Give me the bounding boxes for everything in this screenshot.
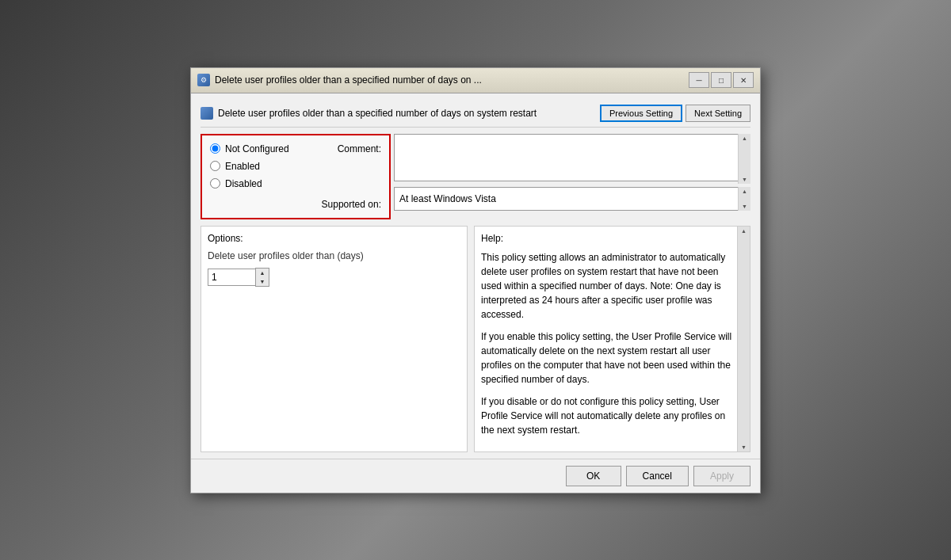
- right-panel: At least Windows Vista: [391, 134, 750, 219]
- supported-on-text: Supported on:: [322, 199, 381, 210]
- header-icon: [201, 107, 213, 120]
- comment-textarea-scrollbar[interactable]: [738, 134, 750, 184]
- dialog-icon: ⚙: [197, 74, 210, 86]
- comment-textarea-wrapper: [394, 134, 750, 184]
- apply-button[interactable]: Apply: [693, 466, 750, 486]
- help-title: Help:: [481, 233, 734, 244]
- spinner-container: ▲ ▼: [208, 268, 460, 287]
- spinner-up-button[interactable]: ▲: [256, 269, 269, 277]
- title-controls: ─ □ ✕: [689, 72, 754, 88]
- disabled-option[interactable]: Disabled: [210, 178, 381, 189]
- header-row: Delete user profiles older than a specif…: [201, 100, 750, 128]
- next-setting-button[interactable]: Next Setting: [686, 105, 750, 122]
- dialog-title: Delete user profiles older than a specif…: [215, 74, 482, 86]
- help-panel: Help: This policy setting allows an admi…: [474, 226, 750, 452]
- supported-on-value: At least Windows Vista: [399, 193, 496, 204]
- supported-scrollbar[interactable]: [738, 187, 750, 211]
- header-title: Delete user profiles older than a specif…: [218, 108, 537, 119]
- enabled-radio[interactable]: [210, 161, 220, 171]
- enabled-label: Enabled: [225, 161, 260, 172]
- title-bar-left: ⚙ Delete user profiles older than a spec…: [197, 74, 482, 86]
- close-button[interactable]: ✕: [733, 72, 754, 88]
- cancel-button[interactable]: Cancel: [626, 466, 689, 486]
- supported-on-wrapper: At least Windows Vista: [394, 187, 750, 211]
- options-panel: Options: Delete user profiles older than…: [201, 226, 468, 452]
- enabled-option[interactable]: Enabled: [210, 161, 381, 172]
- disabled-radio[interactable]: [210, 178, 220, 189]
- comment-textarea[interactable]: [394, 134, 750, 181]
- dialog-footer: OK Cancel Apply: [191, 459, 760, 493]
- comment-label: Comment:: [338, 143, 381, 154]
- header-buttons: Previous Setting Next Setting: [600, 105, 750, 122]
- help-paragraph-2: If you enable this policy setting, the U…: [481, 330, 734, 387]
- minimize-button[interactable]: ─: [689, 72, 709, 88]
- disabled-label: Disabled: [225, 178, 262, 189]
- main-body: Not Configured Enabled Disabled Comment:…: [201, 134, 750, 219]
- header-left: Delete user profiles older than a specif…: [201, 107, 537, 120]
- spinner-down-button[interactable]: ▼: [256, 277, 269, 286]
- dialog-window: ⚙ Delete user profiles older than a spec…: [190, 67, 761, 493]
- left-panel: Not Configured Enabled Disabled Comment:…: [201, 134, 391, 219]
- help-scrollbar[interactable]: [737, 227, 750, 451]
- maximize-button[interactable]: □: [711, 72, 731, 88]
- help-paragraph-1: This policy setting allows an administra…: [481, 250, 734, 322]
- help-paragraph-3: If you disable or do not configure this …: [481, 394, 734, 437]
- dialog-content: Delete user profiles older than a specif…: [191, 93, 760, 459]
- title-bar: ⚙ Delete user profiles older than a spec…: [191, 68, 760, 93]
- previous-setting-button[interactable]: Previous Setting: [600, 105, 682, 122]
- supported-on-label: Supported on:: [210, 199, 381, 210]
- not-configured-label: Not Configured: [225, 143, 289, 154]
- supported-on-box: At least Windows Vista: [394, 187, 750, 211]
- ok-button[interactable]: OK: [566, 466, 621, 486]
- options-title: Options:: [208, 233, 460, 244]
- options-field-label: Delete user profiles older than (days): [208, 250, 460, 261]
- lower-section: Options: Delete user profiles older than…: [201, 226, 750, 452]
- spinner-buttons: ▲ ▼: [255, 268, 269, 287]
- days-input[interactable]: [208, 269, 255, 286]
- not-configured-radio[interactable]: [210, 143, 220, 154]
- help-text-content: This policy setting allows an administra…: [481, 250, 734, 437]
